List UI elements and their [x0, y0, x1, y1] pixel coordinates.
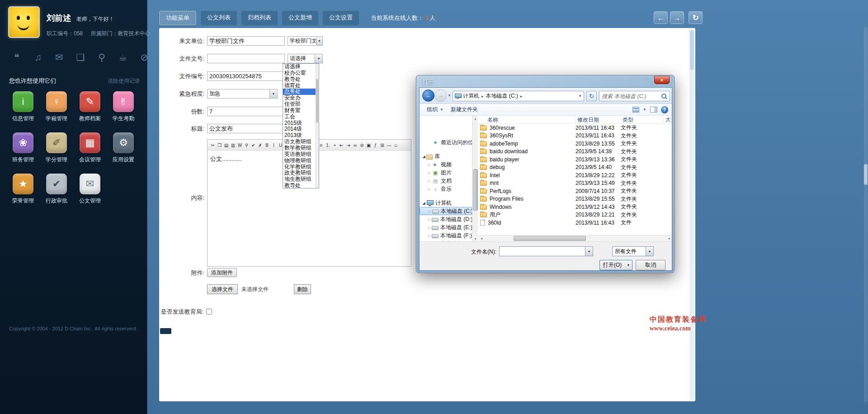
address-dropdown-icon[interactable]: ▼	[578, 94, 582, 98]
Program Files-icon[interactable]: Program Files 2013/8/29 15:55 文件夹	[478, 195, 672, 203]
add-attachment-button[interactable]: 添加附件	[207, 268, 237, 277]
tree-item-disk-f[interactable]: 本地磁盘 (F:)	[420, 231, 472, 240]
app-info-management[interactable]: i 信息管理	[6, 91, 40, 122]
scrollbar-thumb[interactable]	[690, 30, 694, 70]
app-meeting-management[interactable]: ▦ 会议管理	[73, 132, 107, 164]
app-student-roster[interactable]: ♀ 学籍管理	[40, 91, 73, 122]
expander-icon[interactable]	[421, 201, 426, 205]
outdent-icon[interactable]: ⇤	[338, 142, 345, 149]
link-icon[interactable]: ∞	[352, 142, 359, 149]
dropdown-option[interactable]: 工会	[283, 114, 316, 120]
app-app-settings[interactable]: ⚙ 应用设置	[107, 132, 140, 164]
app-honor-management[interactable]: ★ 荣誉管理	[6, 174, 40, 205]
dropdown-option[interactable]: 英语教研组	[283, 151, 316, 158]
close-button[interactable]: ✕	[654, 76, 670, 84]
expander-icon[interactable]	[427, 187, 432, 191]
quick-icon-coffee[interactable]: ☕	[117, 52, 129, 63]
emoticon-icon[interactable]: ☺	[392, 142, 399, 149]
expander-icon[interactable]	[427, 179, 432, 183]
tab-document-list[interactable]: 公文列表	[201, 11, 237, 25]
partial-button[interactable]	[160, 328, 171, 334]
scrollbar-thumb[interactable]	[864, 164, 868, 185]
open-button[interactable]: 打开(O)	[599, 260, 625, 270]
360rescue-icon[interactable]: 360rescue 2013/9/11 16:43 文件夹	[478, 124, 672, 132]
column-header[interactable]: 修改日期	[576, 116, 621, 123]
chevron-down-icon[interactable]: ▼	[315, 54, 322, 63]
search-input[interactable]	[602, 93, 661, 99]
tree-item-disk-e[interactable]: 本地磁盘 (E:)	[420, 223, 472, 231]
horizontal-scrollbar[interactable]: ◄ ►	[478, 235, 672, 241]
dropdown-option[interactable]: 地生教研组	[283, 176, 316, 183]
app-student-attendance[interactable]: ✌ 学生考勤	[107, 91, 140, 122]
quick-icon-block[interactable]: ⊘	[138, 52, 150, 63]
chevron-down-icon[interactable]: ▼	[316, 37, 322, 45]
tab-archive-list[interactable]: 归档列表	[241, 11, 278, 25]
unlink-icon[interactable]: ⊘	[359, 142, 365, 149]
dropdown-option[interactable]: 校办公室	[283, 70, 316, 76]
panel-scrollbar[interactable]	[689, 29, 694, 400]
dropdown-scrollbar[interactable]	[316, 64, 319, 188]
table-icon[interactable]: ⊞	[379, 142, 386, 149]
chevron-down-icon[interactable]: ▼	[643, 108, 646, 112]
dropdown-option[interactable]: 教导处	[283, 183, 316, 188]
expander-icon[interactable]	[427, 171, 432, 175]
bold-icon[interactable]: B	[264, 142, 270, 149]
dropdown-option[interactable]: 请选择	[283, 64, 316, 70]
copies-input[interactable]	[207, 107, 285, 116]
choose-file-button[interactable]: 选择文件	[207, 284, 238, 294]
tab-document-settings[interactable]: 公文设置	[323, 11, 359, 25]
scroll-up-icon[interactable]: ▲	[472, 116, 478, 121]
help-icon[interactable]: ?	[661, 106, 668, 113]
dropdown-option[interactable]: 总务处	[283, 89, 316, 95]
find-icon[interactable]: ⚲	[243, 142, 250, 149]
tab-document-new[interactable]: 公文新增	[282, 11, 318, 25]
file-no-input[interactable]	[207, 71, 285, 81]
paste-icon[interactable]: ▤	[223, 142, 230, 149]
app-class-affairs[interactable]: ❀ 班务管理	[6, 132, 40, 164]
scrollbar-thumb[interactable]	[473, 169, 478, 211]
cancel-button[interactable]: 取消	[636, 260, 665, 270]
scroll-left-icon[interactable]: ◄	[478, 235, 485, 241]
history-dropdown-icon[interactable]: ▼	[448, 94, 451, 98]
italic-icon[interactable]: I	[270, 142, 277, 149]
expander-icon[interactable]	[427, 234, 432, 238]
dropdown-option[interactable]: 2013级	[283, 132, 316, 139]
urgency-select[interactable]: 加急 ▼	[207, 89, 278, 99]
dropdown-option[interactable]: 数学教研组	[283, 145, 316, 151]
PerfLogs-icon[interactable]: PerfLogs 2009/7/14 10:37 文件夹	[478, 187, 672, 195]
organize-button[interactable]: 组织 ▼	[423, 105, 447, 114]
scrollbar-thumb[interactable]	[514, 236, 586, 241]
debug-icon[interactable]: debug 2013/9/5 14:40 文件夹	[478, 164, 672, 172]
paste-text-icon[interactable]: ▥	[230, 142, 236, 149]
dropdown-option[interactable]: 物理教研组	[283, 158, 316, 164]
baidu download-icon[interactable]: baidu download 2013/9/5 14:38 文件夹	[478, 148, 672, 156]
source-input[interactable]	[207, 36, 285, 46]
dropdown-option[interactable]: 化学教研组	[283, 164, 316, 170]
dropdown-option[interactable]: 安全办	[283, 95, 316, 101]
expander-icon[interactable]	[427, 209, 432, 213]
tab-function-menu[interactable]: 功能菜单	[159, 11, 196, 25]
quick-icon-chat[interactable]: ✉	[53, 52, 65, 63]
tree-scrollbar[interactable]: ▲ ▼	[472, 116, 478, 241]
remove-format-icon[interactable]: ✗	[257, 142, 264, 149]
expander-icon[interactable]	[427, 226, 432, 230]
360ld-icon[interactable]: 360ld 2013/9/11 16:43 文件	[478, 219, 672, 227]
dropdown-option[interactable]: 语文教研组	[283, 139, 316, 145]
doc-no-select[interactable]: 请选择 ▼	[288, 54, 323, 63]
horizontal-rule-icon[interactable]: —	[386, 142, 392, 149]
breadcrumb-computer[interactable]: 计算机	[463, 92, 479, 100]
tree-item-computer[interactable]: 计算机	[420, 199, 472, 207]
app-credit-management[interactable]: ✐ 学分管理	[40, 132, 73, 164]
breadcrumb[interactable]: 计算机 ▸ 本地磁盘 (C:) ▸ ▼	[453, 91, 584, 101]
search-icon[interactable]	[661, 93, 667, 99]
forward-button[interactable]: →	[670, 11, 684, 24]
tree-item-libraries[interactable]: 库	[420, 152, 472, 160]
tree-item-videos[interactable]: 视频	[420, 160, 472, 169]
Windows-icon[interactable]: Windows 2013/9/12 14:43 文件夹	[478, 203, 672, 211]
tree-item-pictures[interactable]: 图片	[420, 169, 472, 177]
app-teacher-archive[interactable]: ✎ 教师档案	[73, 91, 107, 122]
open-split-arrow-icon[interactable]: ▼	[625, 260, 632, 270]
ordered-list-icon[interactable]: 1.	[325, 142, 331, 149]
forward-button[interactable]: →	[434, 89, 447, 102]
chevron-down-icon[interactable]: ▼	[646, 247, 653, 256]
